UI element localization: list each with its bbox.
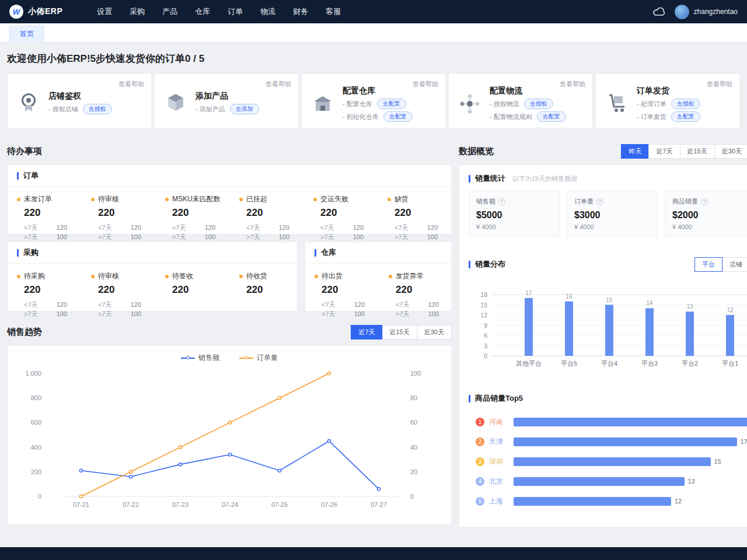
- help-link[interactable]: 查看帮助: [118, 80, 144, 89]
- help-link[interactable]: 查看帮助: [413, 80, 438, 89]
- svg-text:60: 60: [410, 419, 417, 426]
- todo-count[interactable]: 220: [24, 207, 91, 219]
- todo-section-title: 待办事项: [7, 146, 42, 157]
- help-link[interactable]: 查看帮助: [707, 80, 732, 89]
- help-link[interactable]: 查看帮助: [560, 80, 585, 89]
- todo-item: 未发订单220<7天120>7天100: [17, 194, 91, 242]
- nav-item-仓库[interactable]: 仓库: [186, 0, 219, 23]
- tab-近7天[interactable]: 近7天: [648, 144, 680, 159]
- tab-平台[interactable]: 平台: [694, 257, 722, 272]
- nav-item-订单[interactable]: 订单: [219, 0, 252, 23]
- todo-count[interactable]: 220: [98, 284, 165, 296]
- help-circle-icon[interactable]: ?: [498, 198, 505, 205]
- step-action-button[interactable]: 去配置: [377, 99, 406, 109]
- tab-近15天[interactable]: 近15天: [680, 144, 715, 159]
- todo-count[interactable]: 220: [24, 284, 91, 296]
- lt7-value: 120: [279, 223, 289, 232]
- tab-近30天[interactable]: 近30天: [714, 144, 747, 159]
- legend-item-订单量[interactable]: 订单量: [239, 353, 278, 363]
- nav-item-采购[interactable]: 采购: [121, 0, 153, 23]
- top5-row: 3深圳15: [469, 452, 747, 471]
- top5-name: 河南: [489, 417, 508, 427]
- svg-text:平台3: 平台3: [641, 360, 658, 367]
- top5-row: 5上海12: [469, 491, 747, 511]
- gt7-value: 100: [427, 232, 438, 242]
- todo-count[interactable]: 220: [395, 207, 462, 219]
- legend-item-销售额[interactable]: 销售额: [181, 353, 219, 363]
- step-task-label: - 处理订单: [637, 100, 666, 108]
- stat-sub-value: ¥ 4000: [672, 223, 747, 230]
- stats-note: 以下为15天的销售数据: [512, 174, 577, 183]
- gt7-label: >7天: [98, 309, 112, 318]
- todo-count[interactable]: 220: [246, 284, 313, 296]
- step-task-label: - 授权物流: [490, 100, 519, 108]
- top5-name: 深圳: [489, 457, 508, 467]
- nav-item-物流[interactable]: 物流: [252, 0, 284, 23]
- nav-item-财务[interactable]: 财务: [284, 0, 317, 23]
- todo-count[interactable]: 220: [98, 207, 165, 219]
- tab-home[interactable]: 首页: [9, 26, 44, 42]
- username: zhangzhentao: [694, 8, 738, 16]
- todo-count[interactable]: 220: [396, 284, 463, 296]
- step-task-label: - 授权店铺: [48, 105, 78, 114]
- gt7-value: 100: [205, 232, 215, 242]
- nav-item-客服[interactable]: 客服: [317, 0, 350, 23]
- panel-title: 订单: [23, 170, 39, 181]
- step-action-button[interactable]: 去授权: [524, 99, 553, 109]
- todo-count[interactable]: 220: [172, 207, 239, 219]
- top5-value: 13: [688, 478, 695, 485]
- lt7-label: <7天: [98, 223, 112, 232]
- todo-count[interactable]: 220: [322, 284, 389, 296]
- svg-text:07-21: 07-21: [73, 501, 89, 508]
- todo-count[interactable]: 220: [246, 207, 313, 219]
- panel-title: 仓库: [321, 247, 336, 258]
- todo-item: 待审核220<7天120>7天100: [91, 271, 165, 318]
- step-action-button[interactable]: 去授权: [671, 99, 700, 109]
- svg-text:1,000: 1,000: [25, 370, 41, 377]
- tab-昨天[interactable]: 昨天: [621, 144, 649, 159]
- cloud-sync-icon[interactable]: [652, 7, 666, 17]
- gt7-value: 100: [131, 309, 141, 318]
- gt7-label: >7天: [320, 232, 334, 242]
- todo-count[interactable]: 220: [320, 207, 388, 219]
- top5-row: 1河南18: [469, 412, 747, 432]
- top5-value: 12: [675, 498, 682, 505]
- tab-近30天[interactable]: 近30天: [417, 325, 452, 340]
- todo-label: 已挂起: [246, 194, 267, 204]
- help-link[interactable]: 查看帮助: [266, 80, 291, 89]
- tab-近7天[interactable]: 近7天: [351, 325, 382, 340]
- user-menu[interactable]: zhangzhentao: [675, 5, 738, 19]
- tab-店铺[interactable]: 店铺: [722, 257, 747, 272]
- lt7-label: <7天: [24, 300, 38, 309]
- top5-value: 15: [714, 458, 721, 465]
- help-circle-icon[interactable]: ?: [701, 198, 708, 205]
- step-title: 店铺鉴权: [48, 91, 112, 102]
- rank-badge: 4: [476, 477, 484, 486]
- warehouse-config-icon: [310, 91, 336, 117]
- step-action-button[interactable]: 去配置: [671, 111, 700, 122]
- nav-item-设置[interactable]: 设置: [88, 0, 121, 23]
- step-action-button[interactable]: 去添加: [230, 104, 259, 114]
- step-action-button[interactable]: 去配置: [537, 111, 566, 122]
- step-action-button[interactable]: 去授权: [83, 104, 112, 114]
- svg-text:0: 0: [38, 493, 41, 500]
- brand[interactable]: W 小佈ERP: [9, 5, 62, 19]
- svg-text:9: 9: [484, 322, 487, 329]
- svg-text:16: 16: [566, 293, 573, 300]
- lt7-value: 120: [57, 300, 67, 309]
- step-action-button[interactable]: 去配置: [383, 111, 413, 122]
- tab-近15天[interactable]: 近15天: [382, 325, 417, 340]
- help-circle-icon[interactable]: ?: [596, 198, 603, 205]
- todo-item: 缺货220<7天120>7天100: [388, 194, 462, 242]
- todo-panel-orders: 订单未发订单220<7天120>7天100待审核220<7天120>7天100M…: [7, 164, 452, 235]
- accent-bar: [315, 249, 316, 257]
- step-title: 配置仓库: [343, 86, 413, 96]
- svg-text:0: 0: [484, 352, 487, 359]
- svg-text:3: 3: [484, 342, 487, 349]
- svg-text:07-27: 07-27: [371, 501, 387, 508]
- nav-item-产品[interactable]: 产品: [153, 0, 186, 23]
- svg-text:12: 12: [480, 312, 487, 318]
- add-product-icon: [163, 90, 189, 116]
- step-task-label: - 配置仓库: [343, 100, 372, 108]
- todo-count[interactable]: 220: [172, 284, 239, 296]
